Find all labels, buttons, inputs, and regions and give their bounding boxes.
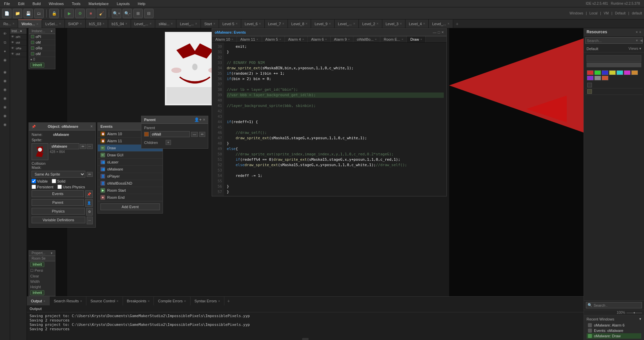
tab-shop[interactable]: SHOP × xyxy=(65,20,86,28)
layers-icon[interactable]: ⧉ xyxy=(1,38,9,46)
view4-icon[interactable]: ◉ xyxy=(1,85,9,93)
swatch-blue[interactable] xyxy=(602,70,608,75)
recent-windows-chevron[interactable]: ▾ xyxy=(639,317,641,321)
layer-item-4[interactable]: 👁 oM xyxy=(10,51,27,57)
parent-panel-header[interactable]: Parent 👤+ × xyxy=(141,116,208,124)
persistent-checkbox-item[interactable]: Persistent xyxy=(32,185,53,189)
sprite-preview[interactable] xyxy=(32,143,48,160)
code-tab-roome-close[interactable]: × xyxy=(401,38,403,41)
code-tab-alarm5[interactable]: Alarm 5 × xyxy=(262,36,285,42)
tab-works-close[interactable]: × xyxy=(36,22,38,26)
view5-icon[interactable]: ◉ xyxy=(1,94,9,102)
swatch-orange[interactable] xyxy=(631,70,638,75)
visible-checkbox[interactable] xyxy=(32,179,36,183)
menu-build[interactable]: Build xyxy=(31,1,42,6)
debug-btn[interactable]: ⚙ xyxy=(75,9,85,18)
menu-edit[interactable]: Edit xyxy=(17,1,26,6)
tab-lv4[interactable]: Level_4 × xyxy=(405,20,429,28)
tab-lv9[interactable]: Level_9 × xyxy=(311,20,334,28)
view6-icon[interactable]: ◉ xyxy=(1,103,9,111)
stop-btn[interactable]: ■ xyxy=(86,9,95,18)
code-tab-alarm9[interactable]: Alarm 9 × xyxy=(331,36,353,42)
zoom-slider[interactable]: ——●—— xyxy=(627,311,642,314)
new-btn[interactable]: 📄 xyxy=(2,9,11,18)
code-tab-alarm9-close[interactable]: × xyxy=(348,38,350,41)
tab-lv5-close[interactable]: × xyxy=(235,22,238,26)
lock-icon[interactable]: ● xyxy=(1,47,9,55)
menu-file[interactable]: File xyxy=(3,1,11,6)
tab-ro[interactable]: Ro... × xyxy=(0,20,18,28)
collision-select[interactable]: Same As Sprite xyxy=(32,171,85,178)
syntax-tab-close[interactable]: × xyxy=(218,299,220,303)
bottom-tab-search[interactable]: Search Results × xyxy=(50,297,86,305)
run-btn[interactable]: ▶ xyxy=(65,9,74,18)
zoom-in-btn[interactable]: 🔍+ xyxy=(112,9,121,18)
code-editor-maximize[interactable]: □ xyxy=(438,30,440,34)
tab-lv2-close[interactable]: × xyxy=(377,22,379,26)
om-checkbox[interactable] xyxy=(31,41,34,44)
olaser-event[interactable]: 👥 oLaser xyxy=(98,159,163,166)
tab-lv3-close[interactable]: × xyxy=(400,22,402,26)
code-content[interactable]: exit; } // BINARY POD NIM draw_sprite_ex… xyxy=(224,43,446,196)
swatch-red[interactable] xyxy=(587,70,594,75)
code-tab-draw-close[interactable]: × xyxy=(420,38,422,41)
tab-lvsel-close[interactable]: × xyxy=(59,22,61,26)
tab-lv3[interactable]: Level_3 × xyxy=(382,20,405,28)
menu-windows[interactable]: Windows xyxy=(47,1,65,6)
tab-shop-close[interactable]: × xyxy=(80,22,82,26)
swatch-dark-red[interactable] xyxy=(602,76,608,80)
uses-physics-checkbox[interactable] xyxy=(57,185,62,189)
zoom-fit-btn[interactable]: ⊞ xyxy=(133,9,143,18)
output-resize-handle[interactable] xyxy=(302,338,309,340)
parent-edit-btn[interactable]: ✏ xyxy=(199,132,205,137)
code-tab-owallbo[interactable]: oWallBo... × xyxy=(353,36,380,42)
lock-btn[interactable]: 🔒 xyxy=(49,9,59,18)
object-panel-header[interactable]: 📌 Object: oMalware × xyxy=(29,123,95,130)
save-all-btn[interactable]: 🗂 xyxy=(34,9,44,18)
om2-item[interactable]: oM xyxy=(29,51,55,57)
code-tab-alarm11[interactable]: Alarm 11 × xyxy=(237,36,262,42)
inherit-btn2[interactable]: Inherit xyxy=(30,262,44,267)
tab-b1503[interactable]: b15_03 × xyxy=(86,20,109,28)
tab-start-close[interactable]: × xyxy=(213,22,215,26)
sprite-name-box[interactable]: sMalware xyxy=(50,143,79,149)
view7-icon[interactable]: ◉ xyxy=(1,112,9,120)
code-editor-minimize[interactable]: — xyxy=(433,30,436,34)
zoom-out-btn[interactable]: 🔍- xyxy=(123,9,132,18)
owallbossend-event[interactable]: 👤 oWallBossEND xyxy=(98,180,163,187)
search-tab-close[interactable]: × xyxy=(80,299,82,303)
sprite-edit-btn[interactable]: ✏ xyxy=(80,144,86,149)
open-btn[interactable]: 📁 xyxy=(13,9,22,18)
inherit-btn[interactable]: Inherit xyxy=(30,63,44,68)
add-event-btn[interactable]: Add Event xyxy=(100,203,160,210)
tab-lv4-close[interactable]: × xyxy=(423,22,425,26)
resources-search-input[interactable] xyxy=(586,38,635,43)
parent-pin-btn[interactable]: 👤 xyxy=(85,199,93,207)
tab-lv7[interactable]: Level_7 × xyxy=(265,20,288,28)
property-chevron[interactable]: ▾ xyxy=(51,251,52,255)
tab-lv8[interactable]: Level_8 × xyxy=(288,20,311,28)
bottom-tab-output[interactable]: Output × xyxy=(27,297,50,305)
recent-item-1[interactable]: oMalware: Alarm 6 xyxy=(587,323,641,328)
visible-checkbox-item[interactable]: Visible xyxy=(32,179,48,183)
bottom-tab-compile[interactable]: Compile Errors × xyxy=(154,297,190,305)
layers-chevron[interactable]: ▾ xyxy=(20,29,22,33)
tab-ro-close[interactable]: × xyxy=(12,22,14,26)
layer-item-3[interactable]: 👁 oRe xyxy=(10,46,27,51)
tab-lv10-close[interactable]: × xyxy=(353,22,355,26)
resources-close-btn[interactable]: × xyxy=(636,30,638,34)
layer-eye-3[interactable]: 👁 xyxy=(11,46,15,50)
ore-checkbox[interactable] xyxy=(31,46,34,50)
code-tab-alarm6-close[interactable]: × xyxy=(325,38,327,41)
solid-checkbox-item[interactable]: Solid xyxy=(52,179,65,183)
resources-nav-left[interactable]: ◀ xyxy=(639,38,643,43)
tab-lv9-close[interactable]: × xyxy=(329,22,331,26)
layer-eye-4[interactable]: 👁 xyxy=(11,52,15,56)
menu-layouts[interactable]: Layouts xyxy=(115,1,131,6)
code-tab-alarm10[interactable]: Alarm 10 × xyxy=(212,36,237,42)
parent-value-box[interactable]: oWall xyxy=(150,131,190,137)
code-tab-roome[interactable]: Room E... × xyxy=(380,36,407,42)
persistent-checkbox[interactable] xyxy=(32,185,36,189)
parent-clear-btn[interactable]: — xyxy=(191,132,198,137)
res-item-1[interactable] xyxy=(587,55,641,62)
